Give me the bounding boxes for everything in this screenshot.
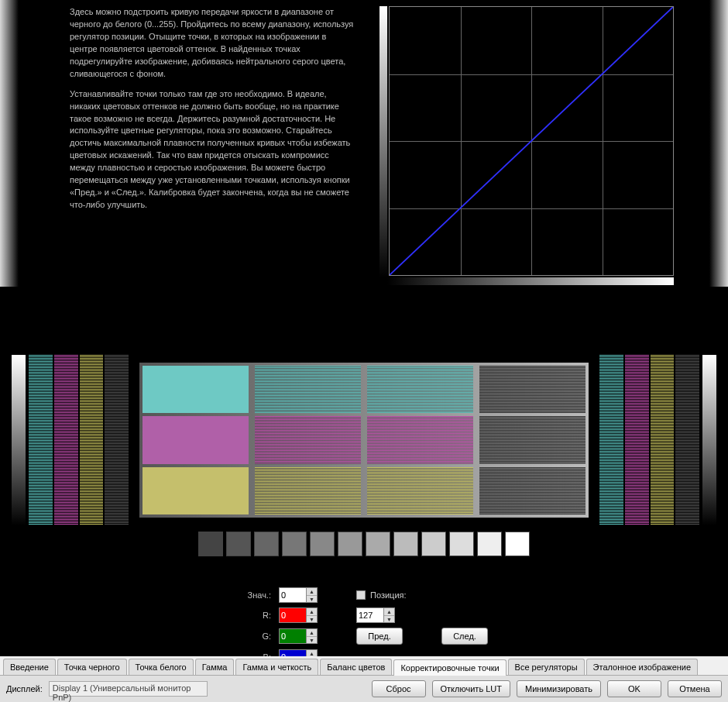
sample-center [139,363,589,518]
ok-button[interactable]: OK [607,680,661,697]
shade-swatch[interactable] [393,532,418,556]
tab-гамма-и-четкость[interactable]: Гамма и четкость [235,659,318,675]
instructions-text: Здесь можно подстроить кривую передачи я… [70,6,356,285]
spin-up-icon[interactable]: ▲ [307,588,317,596]
display-select[interactable]: Display 1 (Универсальный монитор PnP) [49,681,208,697]
r-label: R: [225,611,271,620]
spin-up-icon[interactable]: ▲ [384,608,394,616]
tab-введение[interactable]: Введение [3,659,56,675]
side-gradient-right [709,0,728,287]
sample-right [596,355,716,525]
sample-left [12,355,132,525]
shade-swatch[interactable] [449,532,474,556]
disable-lut-button[interactable]: Отключить LUT [432,680,510,697]
position-checkbox[interactable] [356,590,366,600]
prev-button[interactable]: Пред. [356,628,403,645]
curve-x-gradient [387,277,674,285]
curve-y-gradient [379,6,387,277]
svg-line-0 [390,7,673,275]
curve-grid[interactable] [389,6,674,276]
next-button[interactable]: След. [441,628,488,645]
shade-swatch[interactable] [338,532,362,556]
tab-корректировочные-точки[interactable]: Корректировочные точки [393,659,506,676]
r-spinner[interactable]: ▲▼ [279,607,325,623]
spin-down-icon[interactable]: ▼ [384,616,394,623]
shade-swatch[interactable] [366,532,390,556]
instructions-p2: Устанавливайте точки только там где это … [70,88,356,212]
tab-точка-белого[interactable]: Точка белого [129,659,194,675]
tab-точка-черного[interactable]: Точка черного [57,659,127,675]
tab-гамма[interactable]: Гамма [195,659,235,675]
position-spinner[interactable]: ▲▼ [356,607,434,623]
shade-swatch[interactable] [254,532,279,556]
curve-line [390,7,673,275]
g-input[interactable] [279,628,307,644]
g-spinner[interactable]: ▲▼ [279,628,325,644]
shade-swatch[interactable] [477,532,502,556]
spin-down-icon[interactable]: ▼ [307,637,317,644]
value-input[interactable] [279,587,307,603]
value-spinner[interactable]: ▲▼ [279,587,325,603]
tab-эталонное-изображение[interactable]: Эталонное изображение [586,659,699,675]
side-gradient-left [0,0,19,287]
shade-swatch[interactable] [198,532,223,556]
curve-editor[interactable] [379,6,674,285]
minimize-button[interactable]: Минимизировать [517,680,601,697]
cancel-button[interactable]: Отмена [668,680,722,697]
shade-swatch[interactable] [226,532,251,556]
position-input[interactable] [356,607,384,623]
r-input[interactable] [279,607,307,623]
shade-swatches [0,532,728,556]
spin-up-icon[interactable]: ▲ [307,629,317,637]
shade-swatch[interactable] [282,532,307,556]
spin-down-icon[interactable]: ▼ [307,596,317,603]
g-label: G: [225,631,271,641]
tab-баланс-цветов[interactable]: Баланс цветов [320,659,392,675]
position-checkbox-wrap[interactable]: Позиция: [356,590,434,600]
position-label: Позиция: [370,590,407,600]
shade-swatch[interactable] [310,532,335,556]
display-label: Дисплей: [6,684,43,693]
value-label: Знач.: [225,590,271,600]
shade-swatch[interactable] [505,532,530,556]
spin-up-icon[interactable]: ▲ [307,608,317,616]
instructions-p1: Здесь можно подстроить кривую передачи я… [70,6,356,81]
reset-button[interactable]: Сброс [372,680,426,697]
tab-все-регуляторы[interactable]: Все регуляторы [508,659,585,675]
tabs: ВведениеТочка черногоТочка белогоГаммаГа… [0,656,728,676]
spin-down-icon[interactable]: ▼ [307,616,317,623]
shade-swatch[interactable] [421,532,446,556]
